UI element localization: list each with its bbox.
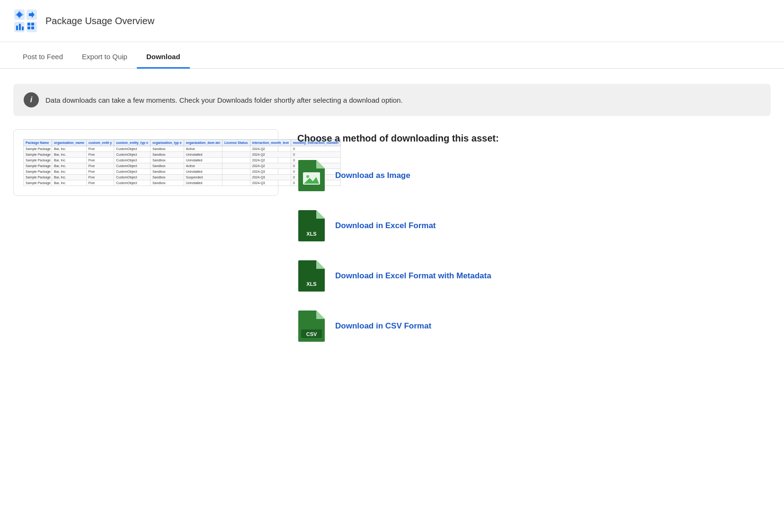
- svg-rect-6: [16, 14, 23, 16]
- svg-rect-13: [27, 27, 30, 29]
- table-row: Sample Package GrouBar, Inc.FiveCustomOb…: [24, 175, 341, 180]
- info-banner: i Data downloads can take a few moments.…: [13, 84, 771, 116]
- tab-post-to-feed[interactable]: Post to Feed: [13, 46, 72, 69]
- table-row: Sample Package GrouBar, Inc.FiveCustomOb…: [24, 169, 341, 175]
- preview-table: Package Name organization_name custom_en…: [23, 139, 341, 186]
- info-text: Data downloads can take a few moments. C…: [45, 96, 403, 104]
- col-interaction-month: interaction_month_text: [250, 140, 291, 146]
- tab-download[interactable]: Download: [137, 46, 190, 69]
- col-custom-entity: custom_entit y: [86, 140, 114, 146]
- options-panel: Choose a method of downloading this asse…: [297, 129, 771, 343]
- download-excel-option[interactable]: XLS Download in Excel Format: [297, 209, 771, 242]
- excel-meta-file-icon: XLS: [297, 259, 326, 293]
- col-org-name: organization_name: [52, 140, 87, 146]
- svg-text:XLS: XLS: [306, 281, 316, 287]
- header: Package Usage Overview: [0, 0, 784, 42]
- col-package-name: Package Name: [24, 140, 52, 146]
- table-row: Sample Package GrouBar, Inc.FiveCustomOb…: [24, 158, 341, 163]
- svg-rect-10: [22, 27, 24, 30]
- download-csv-option[interactable]: CSV Download in CSV Format: [297, 310, 771, 343]
- page-title: Package Usage Overview: [45, 16, 154, 27]
- svg-point-17: [306, 175, 309, 178]
- preview-panel: Package Name organization_name custom_en…: [13, 129, 278, 196]
- download-excel-meta-label: Download in Excel Format with Metadata: [335, 271, 491, 281]
- download-csv-label: Download in CSV Format: [335, 321, 431, 331]
- table-row: Sample Package GrouBar, Inc.FiveCustomOb…: [24, 146, 341, 152]
- col-org-domain: organization_dom ain: [184, 140, 222, 146]
- svg-text:XLS: XLS: [306, 231, 316, 237]
- info-icon: i: [24, 92, 39, 107]
- svg-rect-9: [19, 24, 21, 30]
- excel-file-icon: XLS: [297, 209, 326, 242]
- table-row: Sample Package GrouBar, Inc.FiveCustomOb…: [24, 180, 341, 186]
- col-org-type: organization_typ e: [150, 140, 184, 146]
- download-excel-meta-option[interactable]: XLS Download in Excel Format with Metada…: [297, 259, 771, 293]
- svg-rect-14: [31, 27, 34, 29]
- tab-export-to-quip[interactable]: Export to Quip: [72, 46, 137, 69]
- logo: [13, 9, 38, 33]
- app-logo-icon: [13, 9, 38, 33]
- image-file-icon: [297, 159, 326, 192]
- csv-file-icon: CSV: [297, 310, 326, 343]
- svg-rect-11: [27, 23, 30, 26]
- svg-text:CSV: CSV: [306, 331, 317, 337]
- col-custom-entity-type: custom_entity_typ e: [114, 140, 151, 146]
- options-heading: Choose a method of downloading this asse…: [297, 133, 771, 144]
- tabs-bar: Post to Feed Export to Quip Download: [0, 46, 784, 69]
- download-as-image-option[interactable]: Download as Image: [297, 159, 771, 192]
- download-excel-label: Download in Excel Format: [335, 221, 436, 231]
- table-row: Sample Package GrouBar, Inc.FiveCustomOb…: [24, 163, 341, 169]
- svg-rect-12: [31, 23, 34, 26]
- main-content: i Data downloads can take a few moments.…: [0, 69, 784, 358]
- table-row: Sample Package GrouBar, Inc.FiveCustomOb…: [24, 152, 341, 158]
- download-layout: Package Name organization_name custom_en…: [13, 129, 771, 343]
- col-license-status: License Status: [223, 140, 250, 146]
- svg-rect-8: [16, 26, 18, 30]
- download-as-image-label: Download as Image: [335, 171, 410, 180]
